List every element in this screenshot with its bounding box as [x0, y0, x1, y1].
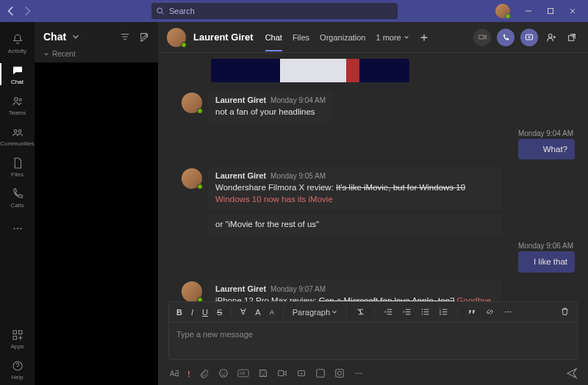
tab-files[interactable]: Files	[293, 24, 309, 51]
svg-rect-10	[18, 331, 22, 334]
svg-point-0	[157, 8, 162, 13]
message-avatar[interactable]	[182, 281, 202, 301]
svg-point-32	[264, 373, 265, 373]
stream-button[interactable]	[296, 368, 306, 380]
svg-rect-36	[335, 370, 343, 378]
bullet-list-button[interactable]	[420, 307, 430, 317]
svg-point-18	[422, 312, 423, 313]
new-chat-icon[interactable]	[139, 32, 149, 42]
window-maximize-button[interactable]	[539, 2, 562, 20]
gif-button[interactable]: GIF	[237, 368, 249, 380]
window-minimize-button[interactable]	[517, 2, 539, 20]
current-user-avatar[interactable]	[495, 4, 510, 18]
link-button[interactable]	[485, 307, 495, 317]
italic-button[interactable]: I	[191, 308, 193, 317]
sticker-button[interactable]	[258, 368, 268, 380]
highlight-button[interactable]: ∀	[240, 307, 246, 317]
bold-button[interactable]: B	[176, 308, 182, 317]
tab-chat[interactable]: Chat	[265, 24, 282, 51]
svg-rect-13	[478, 35, 484, 39]
send-button[interactable]	[566, 367, 578, 381]
svg-point-25	[510, 312, 512, 313]
message-out: Monday 9:06 AM I like that	[182, 242, 575, 272]
svg-point-17	[422, 309, 423, 310]
message-in: Laurent GiretMonday 9:07 AM iPhone 12 Pr…	[182, 280, 575, 301]
svg-point-39	[358, 373, 359, 374]
contact-name: Laurent Giret	[193, 32, 254, 43]
image-attachment[interactable]	[211, 59, 409, 82]
indent-increase-button[interactable]	[402, 307, 412, 317]
add-tab-button[interactable]	[417, 30, 431, 45]
message-avatar[interactable]	[182, 93, 202, 113]
clear-format-button[interactable]	[356, 307, 365, 317]
svg-point-27	[221, 372, 222, 373]
message-in: Laurent GiretMonday 9:04 AM not a fan of…	[182, 91, 575, 122]
extension-button-2[interactable]	[334, 368, 345, 380]
tab-organization[interactable]: Organization	[320, 24, 365, 51]
filter-icon[interactable]	[120, 32, 130, 42]
font-size-button[interactable]: A	[270, 309, 274, 316]
rail-teams[interactable]: Teams	[0, 90, 35, 120]
app-rail: Activity Chat Teams Communities Files Ca…	[0, 22, 35, 385]
strike-button[interactable]: S	[217, 308, 222, 317]
compose-input[interactable]: Type a new message	[169, 323, 577, 359]
audio-call-button[interactable]	[497, 29, 514, 46]
svg-text:GIF: GIF	[239, 372, 245, 375]
svg-point-19	[422, 314, 423, 315]
contact-avatar[interactable]	[167, 28, 186, 47]
rail-files[interactable]: Files	[0, 151, 35, 182]
add-people-button[interactable]	[544, 30, 559, 45]
more-actions-button[interactable]	[354, 368, 364, 380]
rail-more[interactable]	[0, 213, 35, 244]
svg-point-37	[337, 371, 341, 375]
rail-activity[interactable]: Activity	[0, 28, 35, 59]
chevron-down-icon[interactable]	[71, 32, 81, 42]
svg-point-6	[13, 228, 15, 229]
rail-chat[interactable]: Chat	[0, 59, 35, 90]
priority-button[interactable]: !	[187, 370, 190, 378]
popout-button[interactable]	[564, 30, 579, 45]
svg-text:3: 3	[440, 312, 442, 316]
underline-button[interactable]: U	[202, 308, 208, 317]
message-in: Laurent GiretMonday 9:05 AM Wondershare …	[182, 167, 575, 234]
svg-rect-9	[13, 331, 17, 334]
svg-point-8	[20, 228, 21, 229]
rail-apps[interactable]: Apps	[0, 323, 35, 354]
rail-help[interactable]: Help	[0, 354, 35, 385]
window-close-button[interactable]	[562, 2, 584, 20]
font-color-button[interactable]: A	[255, 308, 260, 317]
screen-share-button[interactable]	[520, 29, 538, 46]
tab-more[interactable]: 1 more	[376, 24, 409, 51]
quote-button[interactable]	[467, 307, 476, 317]
video-call-button[interactable]	[473, 29, 491, 46]
extension-button-1[interactable]	[315, 368, 326, 380]
chat-list-body	[35, 62, 158, 385]
svg-point-3	[19, 98, 21, 101]
recent-section[interactable]: Recent	[35, 47, 158, 61]
svg-rect-11	[13, 336, 17, 339]
svg-point-26	[219, 370, 227, 378]
search-box[interactable]: Search	[151, 3, 398, 19]
svg-point-5	[18, 129, 21, 132]
search-icon	[156, 7, 165, 15]
nav-back-button[interactable]	[4, 4, 18, 18]
svg-rect-33	[278, 371, 283, 376]
svg-point-2	[14, 97, 18, 101]
more-format-button[interactable]	[503, 307, 513, 317]
composer-actions: ! GIF	[158, 364, 588, 385]
indent-decrease-button[interactable]	[384, 307, 393, 317]
rail-calls[interactable]: Calls	[0, 182, 35, 213]
attach-button[interactable]	[199, 368, 209, 380]
format-toggle-button[interactable]	[168, 368, 179, 380]
nav-forward-button[interactable]	[21, 4, 34, 18]
svg-rect-1	[548, 9, 553, 14]
paragraph-dropdown[interactable]: Paragraph	[293, 308, 337, 317]
title-bar: Search	[0, 0, 588, 22]
schedule-meeting-button[interactable]	[277, 368, 287, 380]
number-list-button[interactable]: 123	[439, 307, 448, 317]
caret-down-icon	[43, 51, 49, 57]
rail-communities[interactable]: Communities	[0, 120, 35, 151]
message-avatar[interactable]	[182, 168, 202, 189]
delete-draft-button[interactable]	[560, 306, 570, 317]
emoji-button[interactable]	[218, 368, 229, 380]
